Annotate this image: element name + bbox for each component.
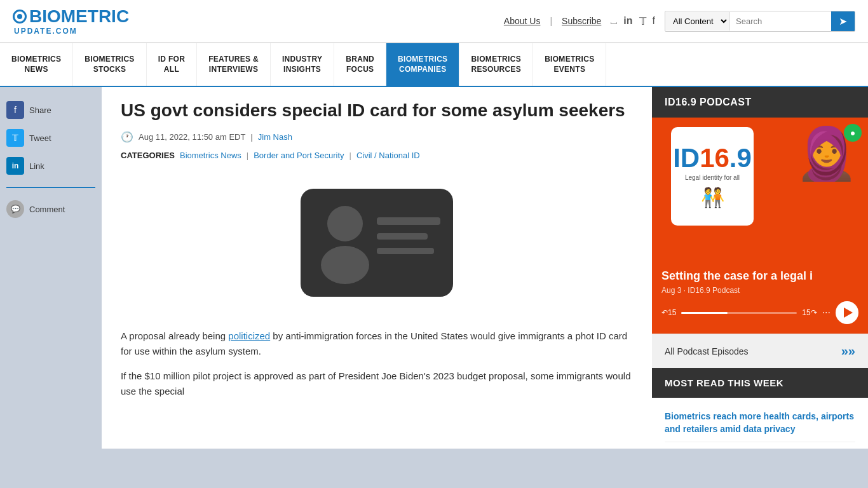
play-button[interactable]: [836, 301, 858, 324]
link-label: Link: [29, 161, 44, 171]
comment-label: Comment: [29, 205, 65, 214]
nav-item-features-interviews[interactable]: FEATURES &INTERVIEWS: [197, 43, 271, 86]
podcast-progress-bar[interactable]: [681, 312, 797, 314]
cat-sep-2: |: [349, 151, 351, 160]
share-facebook-button[interactable]: f Share: [6, 100, 95, 120]
nav-item-brand-focus[interactable]: BRANDFOCUS: [334, 43, 386, 86]
header-nav: About Us | Subscribe ⎵ in 𝕋 f All Conten…: [504, 11, 855, 32]
logo-biometric: BIOMETRIC: [29, 6, 129, 27]
subscribe-link[interactable]: Subscribe: [562, 16, 601, 26]
twitter-icon[interactable]: 𝕋: [639, 15, 646, 27]
most-read-items: Biometrics reach more health cards, airp…: [652, 398, 868, 449]
comment-button[interactable]: 💬 Comment: [6, 199, 95, 219]
social-icons: ⎵ in 𝕋 f: [611, 15, 655, 27]
id-card-svg: [294, 182, 459, 303]
nav-item-industry-insights[interactable]: INDUSTRYINSIGHTS: [271, 43, 334, 86]
article-paragraph-2: If the $10 million pilot project is appr…: [121, 369, 633, 399]
search-bar: All Content ➤: [665, 11, 855, 32]
share-label: Share: [29, 105, 51, 115]
podcast-progress-fill: [681, 312, 728, 314]
podcast-controls: ↶15 15↷ ···: [661, 301, 858, 324]
nav-item-biometrics-companies[interactable]: BIOMETRICSCOMPANIES: [386, 43, 459, 86]
svg-rect-5: [377, 248, 434, 254]
id-logo: ID16.9: [673, 145, 752, 172]
linkedin-icon[interactable]: in: [623, 15, 632, 27]
social-share: f Share 𝕋 Tweet in Link 💬 Comment: [6, 100, 95, 219]
left-sidebar: f Share 𝕋 Tweet in Link 💬 Comment: [0, 87, 102, 449]
nav-bar: BIOMETRICSNEWS BIOMETRICSSTOCKS ID FORAL…: [0, 43, 868, 87]
clock-icon: 🕐: [121, 131, 133, 143]
podcast-id-card: ID16.9 Legal identity for all 🧑‍🤝‍🧑: [671, 127, 754, 226]
podcast-episode-title: Setting the case for a legal i: [661, 269, 858, 283]
svg-point-2: [321, 246, 369, 284]
logo[interactable]: BIOMETRIC UPDATE.COM: [13, 6, 129, 36]
podcast-section: ID16.9 PODCAST: [652, 87, 868, 118]
article-date: Aug 11, 2022, 11:50 am EDT: [139, 132, 245, 142]
nav-item-biometrics-stocks[interactable]: BIOMETRICSSTOCKS: [73, 43, 146, 86]
podcast-episode-meta: Aug 3 · ID16.9 Podcast: [661, 286, 858, 295]
most-read-link-1[interactable]: Biometrics reach more health cards, airp…: [665, 411, 854, 434]
search-input[interactable]: [729, 13, 831, 30]
facebook-icon[interactable]: f: [653, 15, 655, 27]
p1-before-link: A proposal already being: [121, 330, 228, 341]
main-container: f Share 𝕋 Tweet in Link 💬 Comment US gov…: [0, 87, 868, 449]
category-biometrics-news[interactable]: Biometrics News: [180, 151, 241, 160]
politicized-link[interactable]: politicized: [228, 330, 270, 341]
header: BIOMETRIC UPDATE.COM About Us | Subscrib…: [0, 0, 868, 43]
id-figure: 🧑‍🤝‍🧑: [701, 186, 724, 208]
most-read-item: Biometrics reach more health cards, airp…: [665, 404, 855, 442]
most-read-title: MOST READ THIS WEEK: [665, 377, 855, 388]
svg-point-1: [327, 206, 363, 241]
nav-item-biometrics-news[interactable]: BIOMETRICSNEWS: [0, 43, 73, 86]
meta-separator: |: [250, 132, 252, 142]
rewind-button[interactable]: ↶15: [661, 308, 676, 317]
most-read-section: MOST READ THIS WEEK: [652, 368, 868, 398]
svg-rect-3: [377, 217, 440, 225]
comment-icon: 💬: [6, 200, 24, 218]
all-episodes-button[interactable]: All Podcast Episodes »»: [652, 334, 868, 368]
divider: [6, 187, 95, 188]
article-title: US govt considers special ID card for so…: [121, 100, 633, 121]
article-paragraph-1: A proposal already being politicized by …: [121, 329, 633, 359]
podcast-card: ID16.9 Legal identity for all 🧑‍🤝‍🧑 ● 🧕 …: [652, 118, 868, 334]
category-civil-national-id[interactable]: Civil / National ID: [356, 151, 420, 160]
facebook-share-icon: f: [6, 101, 24, 119]
right-sidebar: ID16.9 PODCAST ID16.9 Legal identity for…: [652, 87, 868, 449]
forward-button[interactable]: 15↷: [802, 308, 817, 317]
twitter-share-icon: 𝕋: [6, 129, 24, 147]
podcast-person-figure: 🧕: [795, 124, 858, 184]
tweet-label: Tweet: [29, 133, 51, 143]
share-twitter-button[interactable]: 𝕋 Tweet: [6, 128, 95, 148]
categories-line: CATEGORIES Biometrics News | Border and …: [121, 151, 633, 160]
article-author-link[interactable]: Jim Nash: [258, 132, 292, 142]
logo-update: UPDATE.COM: [14, 27, 129, 36]
search-button[interactable]: ➤: [831, 11, 855, 31]
article-meta: 🕐 Aug 11, 2022, 11:50 am EDT | Jim Nash: [121, 131, 633, 143]
logo-circle-icon: [13, 10, 27, 24]
id-tagline: Legal identity for all: [685, 174, 740, 181]
share-linkedin-button[interactable]: in Link: [6, 156, 95, 176]
category-border-security[interactable]: Border and Port Security: [254, 151, 344, 160]
nav-item-biometrics-events[interactable]: BIOMETRICSEVENTS: [533, 43, 606, 86]
nav-separator: |: [550, 16, 552, 26]
svg-rect-0: [301, 189, 453, 297]
more-button[interactable]: ···: [822, 307, 831, 318]
cat-sep-1: |: [247, 151, 248, 160]
all-episodes-label: All Podcast Episodes: [665, 346, 749, 356]
podcast-header: ID16.9 PODCAST: [652, 87, 868, 118]
search-dropdown[interactable]: All Content: [665, 12, 729, 30]
chevrons-icon: »»: [841, 344, 855, 358]
content-area: US govt considers special ID card for so…: [102, 87, 652, 449]
podcast-info: Setting the case for a legal i Aug 3 · I…: [661, 269, 858, 324]
rss-icon[interactable]: ⎵: [611, 15, 617, 27]
nav-item-id-for-all[interactable]: ID FORALL: [147, 43, 197, 86]
categories-label: CATEGORIES: [121, 151, 175, 160]
svg-rect-4: [377, 233, 428, 240]
nav-item-biometrics-resources[interactable]: BIOMETRICSRESOURCES: [459, 43, 533, 86]
linkedin-share-icon: in: [6, 157, 24, 175]
article-image: [288, 173, 466, 313]
play-icon: [844, 308, 853, 318]
article-body: A proposal already being politicized by …: [121, 329, 633, 399]
about-link[interactable]: About Us: [504, 16, 541, 26]
